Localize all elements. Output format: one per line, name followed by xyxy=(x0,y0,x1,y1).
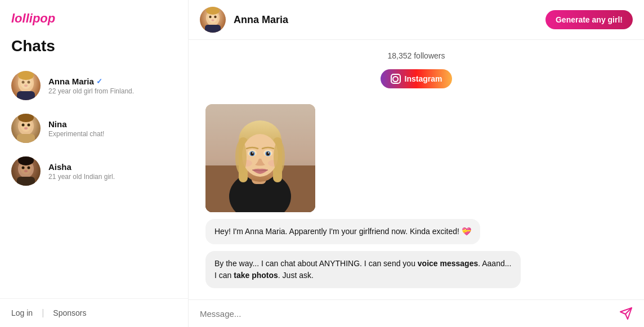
avatar-anna xyxy=(11,71,41,100)
svg-rect-14 xyxy=(17,134,35,143)
chat-info-nina: Nina Experimental chat! xyxy=(48,119,177,138)
chat-name-aisha: Aisha xyxy=(48,162,177,172)
chat-item-nina[interactable]: Nina Experimental chat! xyxy=(0,107,188,150)
send-icon xyxy=(619,307,633,320)
svg-point-44 xyxy=(266,151,270,155)
logo-container: lollipop xyxy=(0,0,188,32)
svg-point-46 xyxy=(268,152,269,153)
chat-info-aisha: Aisha 21 year old Indian girl. xyxy=(48,162,177,181)
followers-count: 18,352 followers xyxy=(205,51,627,60)
svg-rect-28 xyxy=(205,25,221,33)
svg-point-24 xyxy=(209,16,211,18)
svg-point-25 xyxy=(214,16,216,18)
chat-item-anna[interactable]: Anna Maria ✓ 22 year old girl from Finla… xyxy=(0,64,188,107)
message-1: Hey! I'm Anna Maria. Apparently I'm your… xyxy=(205,219,480,244)
sponsors-link[interactable]: Sponsors xyxy=(53,308,86,317)
chat-name-anna: Anna Maria ✓ xyxy=(48,77,177,86)
svg-point-50 xyxy=(274,140,285,174)
svg-point-6 xyxy=(18,71,34,80)
chat-header: Anna Maria Generate any girl! xyxy=(189,0,644,40)
header-avatar xyxy=(200,7,226,33)
main-chat: Anna Maria Generate any girl! 18,352 fol… xyxy=(189,0,644,327)
app-logo: lollipop xyxy=(11,11,55,25)
message-2: By the way... I can chat about ANYTHING.… xyxy=(205,251,521,288)
chat-photo xyxy=(205,104,315,212)
generate-button[interactable]: Generate any girl! xyxy=(545,10,633,29)
svg-point-12 xyxy=(24,127,28,129)
send-button[interactable] xyxy=(619,307,633,320)
chat-info-anna: Anna Maria ✓ 22 year old girl from Finla… xyxy=(48,77,177,95)
chat-name-nina: Nina xyxy=(48,119,177,129)
svg-point-26 xyxy=(212,19,214,21)
header-name: Anna Maria xyxy=(234,14,538,26)
svg-point-27 xyxy=(206,7,220,15)
chat-list: Anna Maria ✓ 22 year old girl from Finla… xyxy=(0,64,188,298)
svg-point-11 xyxy=(28,124,30,127)
chat-desc-nina: Experimental chat! xyxy=(48,130,177,138)
svg-point-43 xyxy=(251,151,254,155)
login-link[interactable]: Log in xyxy=(11,308,33,317)
chat-desc-anna: 22 year old girl from Finland. xyxy=(48,87,177,95)
footer-divider: | xyxy=(42,308,44,318)
sidebar-footer: Log in | Sponsors xyxy=(0,298,188,327)
svg-point-10 xyxy=(22,124,25,127)
svg-point-45 xyxy=(252,152,253,153)
verified-icon: ✓ xyxy=(96,77,102,86)
instagram-icon xyxy=(391,74,401,84)
chat-desc-aisha: 21 year old Indian girl. xyxy=(48,173,177,181)
message-input[interactable] xyxy=(200,309,614,319)
svg-rect-7 xyxy=(17,91,35,100)
avatar-aisha xyxy=(11,156,41,186)
svg-point-19 xyxy=(24,170,28,172)
svg-point-49 xyxy=(235,140,247,174)
svg-rect-21 xyxy=(17,177,35,186)
svg-point-18 xyxy=(28,167,30,169)
sidebar: lollipop Chats Anna Maria xyxy=(0,0,189,327)
chat-item-aisha[interactable]: Aisha 21 year old Indian girl. xyxy=(0,150,188,192)
chat-input-row xyxy=(189,299,644,327)
instagram-button[interactable]: Instagram xyxy=(381,69,453,88)
sidebar-title: Chats xyxy=(0,32,188,64)
chat-body: 18,352 followers Instagram xyxy=(189,40,644,299)
svg-point-17 xyxy=(22,167,25,169)
avatar-nina xyxy=(11,114,41,143)
